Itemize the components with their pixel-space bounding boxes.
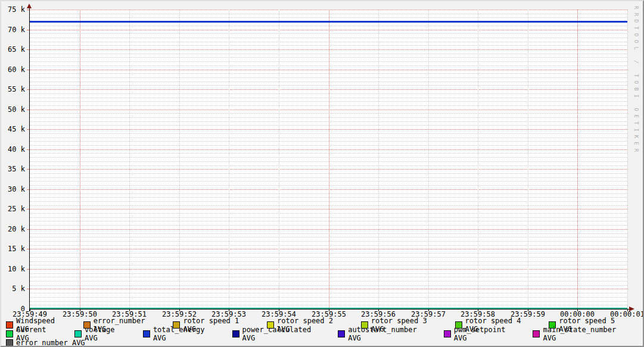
gridline-v-minor — [179, 10, 180, 309]
x-axis-tick — [528, 309, 528, 311]
plot-area — [30, 10, 627, 309]
y-axis-label: 65 k — [1, 45, 25, 54]
x-axis-tick — [30, 309, 30, 311]
y-axis-tick — [27, 209, 29, 210]
x-axis-line — [30, 309, 630, 310]
y-axis-tick — [27, 10, 29, 10]
legend-item: error_number AVG — [6, 339, 85, 347]
legend-swatch-icon — [444, 330, 451, 337]
legend-swatch-icon — [232, 330, 239, 337]
y-axis-label: 5 k — [1, 285, 25, 293]
y-axis-line — [29, 5, 30, 311]
y-axis-tick — [27, 110, 29, 110]
x-axis-tick — [179, 309, 180, 311]
x-axis-tick — [129, 309, 130, 311]
legend-label: autostart_number AVG — [348, 326, 431, 342]
y-axis-label: 55 k — [1, 85, 25, 93]
y-axis-tick — [27, 169, 29, 170]
y-axis-tick — [27, 149, 29, 150]
y-axis-tick — [27, 189, 29, 190]
y-axis-label: 30 k — [1, 185, 25, 193]
y-axis-label: 25 k — [1, 205, 25, 213]
legend-item: power_calculated AVG — [232, 326, 325, 342]
y-axis-label: 50 k — [1, 105, 25, 114]
y-axis-label: 60 k — [1, 65, 25, 74]
gridline-v-minor — [129, 10, 130, 309]
x-axis-tick — [80, 309, 80, 311]
legend: Windspeed AVGerror_number AVGrotor speed… — [6, 320, 643, 347]
legend-item: main_state_number AVG — [533, 326, 630, 342]
y-axis-tick — [27, 49, 29, 50]
legend-swatch-icon — [74, 330, 82, 337]
legend-item: total_energy AVG — [143, 326, 219, 342]
y-axis-tick — [27, 89, 29, 90]
gridline-v-minor — [478, 10, 478, 309]
legend-swatch-icon — [6, 339, 13, 346]
x-axis-tick — [329, 309, 329, 311]
legend-swatch-icon — [533, 330, 540, 337]
x-axis-tick — [478, 309, 478, 311]
gridline-v-minor — [279, 10, 279, 309]
y-axis-tick — [27, 289, 29, 289]
gridline-v-minor — [229, 10, 229, 309]
y-axis-label: 15 k — [1, 245, 25, 253]
y-axis-tick — [27, 30, 29, 30]
legend-swatch-icon — [6, 330, 13, 337]
y-axis-label: 10 k — [1, 265, 25, 273]
gridline-v-major — [80, 10, 80, 309]
y-axis-tick — [27, 70, 29, 70]
y-axis-tick — [27, 269, 29, 270]
gridline-v-minor — [627, 10, 628, 309]
y-axis-tick — [27, 249, 29, 249]
rrdtool-graph: 75 k70 k65 k60 k55 k50 k45 k40 k35 k30 k… — [0, 0, 644, 347]
y-axis-label: 35 k — [1, 165, 25, 173]
series-line-total-energy — [30, 21, 627, 23]
y-axis-label: 20 k — [1, 225, 25, 233]
legend-swatch-icon — [338, 330, 345, 337]
gridline-v-minor — [528, 10, 528, 309]
legend-label: voltage AVG — [85, 326, 130, 342]
y-axis-arrow-icon — [27, 4, 32, 8]
legend-item: autostart_number AVG — [338, 326, 431, 342]
watermark: RRDTOOL / TOBI OETIKER — [633, 6, 639, 155]
y-axis-tick — [27, 229, 29, 230]
legend-item: pwm_setpoint AVG — [444, 326, 520, 342]
gridline-v-major — [577, 10, 578, 309]
legend-label: pwm_setpoint AVG — [454, 326, 520, 342]
gridline-v-major — [329, 10, 329, 309]
legend-row: Current AVGvoltage AVGtotal_energy AVGpo… — [6, 329, 643, 338]
legend-swatch-icon — [143, 330, 150, 337]
x-axis-tick — [428, 309, 429, 311]
x-axis-tick — [577, 309, 578, 311]
x-axis-tick — [627, 309, 628, 311]
y-axis-label: 70 k — [1, 26, 25, 34]
gridline-v-minor — [378, 10, 379, 309]
gridline-v-minor — [428, 10, 429, 309]
legend-label: main_state_number AVG — [543, 326, 630, 342]
legend-label: total_energy AVG — [153, 326, 219, 342]
y-axis-label: 75 k — [1, 5, 25, 14]
y-axis-tick — [27, 129, 29, 130]
legend-label: error_number AVG — [16, 339, 85, 347]
y-axis-label: 40 k — [1, 145, 25, 154]
x-axis-tick — [229, 309, 229, 311]
legend-label: power_calculated AVG — [242, 326, 325, 342]
x-axis-tick — [378, 309, 379, 311]
y-axis-label: 45 k — [1, 125, 25, 133]
x-axis-tick — [279, 309, 279, 311]
